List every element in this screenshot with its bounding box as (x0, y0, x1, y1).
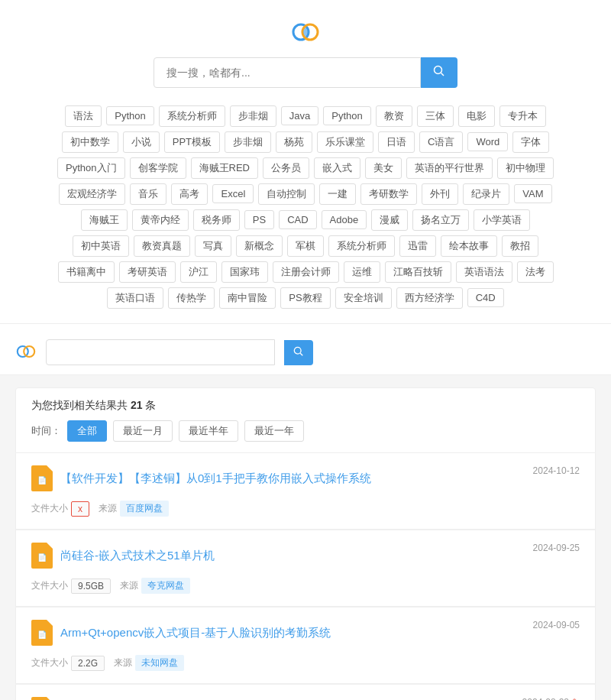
filter-halfyear[interactable]: 最近半年 (179, 420, 238, 442)
tag-item[interactable]: 军棋 (287, 235, 324, 257)
tag-item[interactable]: 国家玮 (221, 261, 268, 283)
result-title[interactable]: 【软件开发】【李述铜】从0到1手把手教你用嵌入式操作系统 (60, 472, 371, 486)
tag-item[interactable]: 漫威 (371, 209, 408, 231)
tag-item[interactable]: 考研数学 (360, 183, 417, 205)
tag-item[interactable]: 教招 (502, 235, 538, 257)
result-title[interactable]: 尚硅谷-嵌入式技术之51单片机 (60, 549, 215, 563)
result-meta: 文件大小 9.5GB 来源 夸克网盘 (31, 578, 580, 594)
tag-item[interactable]: 教资真题 (134, 235, 190, 257)
meta-filesize: 文件大小 9.5GB (31, 578, 111, 594)
tag-item[interactable]: 法考 (517, 261, 554, 283)
file-size-badge: x (71, 501, 89, 517)
tag-item[interactable]: 初中物理 (497, 157, 554, 179)
tag-item[interactable]: 一建 (319, 183, 356, 205)
tag-item[interactable]: 迅雷 (399, 235, 436, 257)
tag-item[interactable]: 小说 (123, 131, 160, 153)
tag-item[interactable]: 步非烟 (225, 131, 271, 153)
result-top: 📄 Arm+Qt+opencv嵌入式项目-基于人脸识别的考勤系统 2024-09… (31, 620, 580, 646)
tag-item[interactable]: 税务师 (193, 209, 240, 231)
tag-item[interactable]: Python (106, 106, 154, 125)
tag-item[interactable]: 美女 (365, 157, 402, 179)
file-icon: 📄 (31, 543, 53, 569)
tag-item[interactable]: 英语的平行世界 (406, 157, 493, 179)
tag-item[interactable]: 杨苑 (276, 131, 312, 153)
tag-item[interactable]: 嵌入式 (314, 157, 360, 179)
tag-item[interactable]: Excel (212, 184, 254, 203)
tag-item[interactable]: C语言 (419, 131, 463, 153)
tag-item[interactable]: 沪江 (180, 261, 217, 283)
meta-filesize: 文件大小 x (31, 501, 89, 517)
tag-item[interactable]: 传热学 (168, 287, 215, 309)
tag-item[interactable]: 纪录片 (463, 183, 509, 205)
tag-item[interactable]: C4D (467, 288, 504, 307)
tag-item[interactable]: 电影 (458, 105, 495, 127)
search-section: 嵌入式 (0, 330, 611, 375)
tag-item[interactable]: Python (323, 106, 370, 125)
tag-item[interactable]: 运维 (344, 261, 380, 283)
tag-item[interactable]: Java (281, 106, 318, 125)
tag-item[interactable]: 江略百技斩 (385, 261, 451, 283)
tag-item[interactable]: 三体 (417, 105, 454, 127)
tag-item[interactable]: 音乐 (130, 183, 166, 205)
tag-item[interactable]: 日语 (378, 131, 415, 153)
filter-month[interactable]: 最近一月 (113, 420, 173, 442)
tag-item[interactable]: 考研英语 (119, 261, 176, 283)
tag-item[interactable]: Python入门 (57, 157, 124, 179)
tag-item[interactable]: 安全培训 (335, 287, 392, 309)
tag-item[interactable]: 初中数学 (62, 131, 118, 153)
file-size-badge: 9.5GB (71, 578, 111, 594)
tag-item[interactable]: 英语语法 (456, 261, 512, 283)
tag-item[interactable]: 写真 (195, 235, 231, 257)
time-label: 时间： (31, 424, 61, 438)
search-input-2[interactable]: 嵌入式 (46, 339, 275, 365)
tag-item[interactable]: 英语口语 (107, 287, 163, 309)
tag-item[interactable]: 教资 (376, 105, 412, 127)
tag-item[interactable]: PS教程 (280, 287, 330, 309)
tag-item[interactable]: 系统分析师 (328, 235, 395, 257)
tag-item[interactable]: 书籍离中 (58, 261, 115, 283)
filter-all[interactable]: 全部 (67, 420, 107, 442)
tag-item[interactable]: 公务员 (263, 157, 309, 179)
tag-item[interactable]: 黄帝内经 (132, 209, 189, 231)
tag-item[interactable]: CAD (279, 210, 316, 229)
tag-item[interactable]: Adobe (322, 210, 367, 229)
tag-item[interactable]: 南中冒险 (219, 287, 276, 309)
tag-item[interactable]: 初中英语 (73, 235, 129, 257)
tag-item[interactable]: 语法 (65, 105, 102, 127)
file-icon: 📄 (31, 465, 53, 491)
tag-item[interactable]: 绘本故事 (441, 235, 497, 257)
result-left: 📄 【千峰教育】物联网与嵌入式 - 嵌入式系统开发 - 带源码课件 (31, 697, 367, 700)
search-bar (0, 57, 611, 88)
search-button-2[interactable] (284, 340, 313, 365)
tag-item[interactable]: 海贼王 (81, 209, 128, 231)
filter-year[interactable]: 最近一年 (244, 420, 304, 442)
tag-item[interactable]: 宏观经济学 (59, 183, 125, 205)
logo (290, 21, 321, 45)
tag-item[interactable]: 创客学院 (130, 157, 186, 179)
tag-item[interactable]: PS (244, 210, 274, 229)
file-icon: 📄 (31, 697, 53, 700)
tag-item[interactable]: 专升本 (499, 105, 546, 127)
file-size-badge: 2.2G (71, 656, 105, 671)
tag-item[interactable]: 高考 (171, 183, 208, 205)
tag-item[interactable]: 西方经济学 (396, 287, 463, 309)
tag-item[interactable]: 乐乐课堂 (317, 131, 373, 153)
tag-item[interactable]: PPT模板 (164, 131, 220, 153)
tag-item[interactable]: 小学英语 (474, 209, 530, 231)
tag-item[interactable]: 字体 (512, 131, 549, 153)
tag-item[interactable]: VAM (514, 184, 551, 203)
result-date: 2024-09-05 (533, 620, 580, 630)
tag-item[interactable]: 步非烟 (230, 105, 276, 127)
tag-item[interactable]: 自动控制 (258, 183, 315, 205)
result-title[interactable]: Arm+Qt+opencv嵌入式项目-基于人脸识别的考勤系统 (60, 626, 331, 640)
tag-item[interactable]: 系统分析师 (159, 105, 225, 127)
mini-logo (15, 344, 37, 361)
tag-item[interactable]: Word (467, 132, 508, 151)
tag-item[interactable]: 外刊 (422, 183, 458, 205)
tag-item[interactable]: 海贼王RED (191, 157, 258, 179)
search-input[interactable] (154, 57, 421, 88)
tag-item[interactable]: 新概念 (236, 235, 283, 257)
tag-item[interactable]: 扬名立万 (412, 209, 469, 231)
tag-item[interactable]: 注册会计师 (273, 261, 339, 283)
search-button[interactable] (421, 57, 457, 88)
